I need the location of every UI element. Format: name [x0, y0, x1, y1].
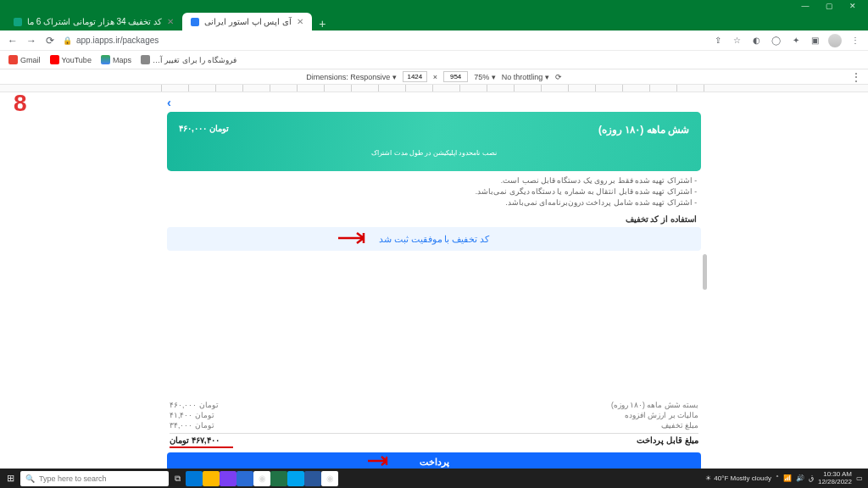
price-summary: بسته شش ماهه (۱۸۰ روزه) مالیات بر ارزش ا…: [161, 400, 707, 431]
search-icon: 🔍: [25, 474, 35, 483]
word-icon[interactable]: [304, 471, 321, 486]
search-placeholder: Type here to search: [39, 474, 107, 483]
dim-x: ×: [433, 73, 437, 81]
tab-favicon: [14, 18, 22, 26]
back-chevron-icon[interactable]: ‹: [161, 92, 707, 112]
side-panel-icon[interactable]: ▣: [809, 34, 821, 47]
chrome-icon[interactable]: ◉: [321, 471, 338, 486]
note-line: - اشتراک تهیه شده قابل انتقال به شماره ی…: [171, 186, 697, 197]
menu-icon[interactable]: ⋮: [849, 34, 861, 47]
tab-title: آی اپس اپ استور ایرانی: [204, 17, 292, 26]
notifications-icon[interactable]: ▭: [856, 474, 863, 482]
tab-title: کد تخفیف 34 هزار تومانی اشتراک 6 ما: [27, 17, 162, 26]
app-icon[interactable]: [287, 471, 304, 486]
package-title: شش ماهه (۱۸۰ روزه): [598, 124, 689, 136]
devtools-more-icon[interactable]: ⋮: [851, 71, 861, 83]
discount-success-banner: کد تخفیف با موفقیت ثبت شد: [167, 227, 701, 251]
tab-inactive[interactable]: کد تخفیف 34 هزار تومانی اشتراک 6 ما ✕: [5, 13, 182, 30]
width-input[interactable]: [403, 71, 427, 82]
app-icon[interactable]: [270, 471, 287, 486]
height-input[interactable]: [443, 71, 468, 82]
total-label: مبلغ قابل پرداخت: [637, 435, 698, 445]
tab-close-icon[interactable]: ✕: [167, 17, 174, 26]
system-tray: ☀40°F Mostly cloudy ˄ 📶 🔊 ق 10:30 AM 12/…: [705, 471, 868, 485]
volume-icon[interactable]: 🔊: [796, 474, 804, 482]
weather-widget[interactable]: ☀40°F Mostly cloudy: [705, 474, 771, 482]
ruler: [0, 85, 868, 92]
devtools-device-bar: Dimensions: Responsive ▾ × 75% ▾ No thro…: [0, 69, 868, 85]
tab-close-icon[interactable]: ✕: [297, 17, 303, 26]
address-bar: ← → ⟳ 🔒 app.iapps.ir/packages ⇪ ☆ ◐ ◯ ✦ …: [0, 30, 868, 51]
app-icon[interactable]: [220, 471, 236, 486]
pay-label: پرداخت: [420, 457, 449, 467]
annotation-arrow-icon: [337, 230, 374, 248]
package-notes: - اشتراک تهیه شده فقط بر روی یک دستگاه ق…: [161, 171, 707, 211]
chrome-icon[interactable]: ◉: [253, 471, 270, 486]
gmail-icon: [8, 55, 18, 64]
profile-avatar[interactable]: [828, 34, 842, 47]
maps-icon: [101, 55, 110, 64]
new-tab-button[interactable]: +: [312, 17, 332, 30]
clock[interactable]: 10:30 AM 12/28/2022: [818, 471, 852, 485]
nav-back-icon[interactable]: ←: [7, 35, 19, 47]
lang-icon[interactable]: ق: [809, 474, 814, 482]
url-text: app.iapps.ir/packages: [76, 36, 159, 45]
zoom-select[interactable]: 75% ▾: [474, 73, 496, 81]
explorer-icon[interactable]: [203, 471, 220, 486]
package-subtitle: نصب نامحدود اپلیکیشن در طول مدت اشتراک: [371, 149, 496, 157]
summary-label: بسته شش ماهه (۱۸۰ روزه): [611, 400, 698, 410]
ext-icon[interactable]: ◯: [770, 34, 782, 47]
throttling-select[interactable]: No throttling ▾: [502, 73, 549, 81]
summary-value: ۴۶۰,۰۰۰ تومان: [170, 400, 219, 410]
bookmark-maps[interactable]: Maps: [101, 55, 131, 64]
divider: [170, 433, 698, 434]
start-button[interactable]: ⊞: [0, 473, 20, 484]
task-view-icon[interactable]: ⧉: [169, 471, 186, 486]
nav-forward-icon[interactable]: →: [25, 35, 37, 47]
sun-icon: ☀: [705, 474, 711, 482]
package-banner: شش ماهه (۱۸۰ روزه) ۴۶۰,۰۰۰ تومان نصب نام…: [167, 112, 701, 171]
share-icon[interactable]: ⇪: [711, 34, 724, 47]
total-value: ۴۶۷,۴۰۰ تومان: [170, 435, 220, 445]
taskbar: ⊞ 🔍 Type here to search ⧉ ◉ ◉ ☀40°F Most…: [0, 469, 868, 488]
page-content: ‹ شش ماهه (۱۸۰ روزه) ۴۶۰,۰۰۰ تومان نصب ن…: [161, 92, 707, 469]
star-icon[interactable]: ☆: [731, 34, 743, 47]
tab-active[interactable]: آی اپس اپ استور ایرانی ✕: [182, 13, 312, 30]
total-row: مبلغ قابل پرداخت ۴۶۷,۴۰۰ تومان: [161, 435, 707, 445]
tab-strip: کد تخفیف 34 هزار تومانی اشتراک 6 ما ✕ آی…: [0, 11, 868, 30]
discount-label: استفاده از کد تخفیف: [161, 211, 707, 226]
summary-label: مالیات بر ارزش افزوده: [611, 410, 698, 420]
mail-icon[interactable]: [236, 471, 253, 486]
window-max[interactable]: ▢: [817, 0, 841, 11]
success-text: کد تخفیف با موفقیت ثبت شد: [379, 234, 490, 244]
rotate-icon[interactable]: ⟳: [555, 73, 562, 81]
bookmark-youtube[interactable]: YouTube: [50, 55, 92, 64]
bookmarks-bar: Gmail YouTube Maps …فروشگاه را برای تغیی…: [0, 51, 868, 69]
note-line: - اشتراک تهیه شده فقط بر روی یک دستگاه ق…: [171, 175, 697, 186]
summary-value: ۴۱,۴۰۰ تومان: [170, 410, 219, 420]
summary-value: ۳۴,۰۰۰ تومان: [170, 420, 219, 430]
edge-icon[interactable]: [186, 471, 203, 486]
annotation-arrow-icon: [366, 454, 395, 469]
nav-reload-icon[interactable]: ⟳: [44, 35, 56, 47]
window-titlebar: — ▢ ✕: [0, 0, 868, 11]
dimensions-select[interactable]: Dimensions: Responsive ▾: [306, 73, 397, 81]
extensions-icon[interactable]: ✦: [789, 34, 802, 47]
bookmark-shop[interactable]: …فروشگاه را برای تغییر آ: [141, 55, 236, 64]
wifi-icon[interactable]: 📶: [783, 474, 792, 482]
youtube-icon: [50, 55, 59, 64]
scrollbar-thumb[interactable]: [703, 254, 707, 290]
date: 12/28/2022: [818, 479, 852, 485]
globe-icon: [141, 55, 150, 64]
url-display[interactable]: 🔒 app.iapps.ir/packages: [63, 36, 159, 45]
tray-chevron-icon[interactable]: ˄: [776, 474, 779, 482]
window-close[interactable]: ✕: [841, 0, 865, 11]
step-annotation: 8: [14, 90, 27, 117]
ext-icon[interactable]: ◐: [750, 34, 763, 47]
summary-label: مبلغ تخفیف: [611, 420, 698, 430]
taskbar-search[interactable]: 🔍 Type here to search: [20, 471, 169, 486]
note-line: - اشتراک تهیه شده شامل پرداخت درون‌برنام…: [171, 197, 697, 208]
window-min[interactable]: —: [793, 0, 817, 11]
bookmark-gmail[interactable]: Gmail: [8, 55, 41, 64]
package-price: ۴۶۰,۰۰۰ تومان: [179, 124, 229, 133]
